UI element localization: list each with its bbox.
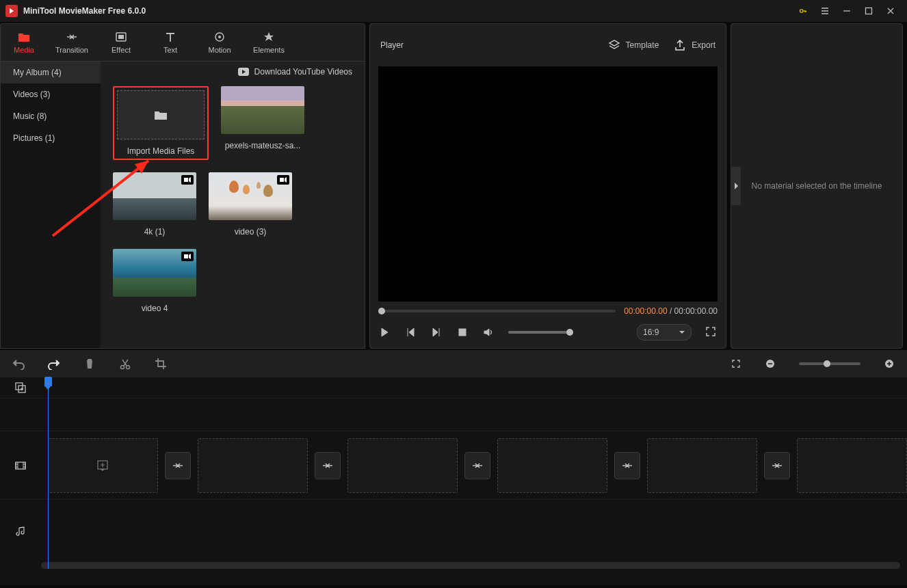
- import-media-button[interactable]: Import Media Files: [113, 86, 209, 160]
- zoom-out-button[interactable]: [765, 358, 776, 369]
- timeline-toolbar: [0, 350, 907, 377]
- seek-slider[interactable]: [378, 310, 616, 312]
- title-track[interactable]: [41, 399, 907, 431]
- close-button[interactable]: [880, 0, 902, 22]
- sidebar-item-videos[interactable]: Videos (3): [1, 83, 101, 105]
- timecode: 00:00:00.00 / 00:00:00.00: [624, 306, 718, 316]
- transition-slot[interactable]: [464, 452, 490, 479]
- add-track-button[interactable]: [0, 377, 41, 398]
- media-item[interactable]: video (3): [209, 172, 292, 237]
- clip-slot[interactable]: [647, 438, 757, 493]
- chevron-down-icon: [679, 329, 685, 336]
- thumbnail: [113, 249, 196, 297]
- thumbnail: [221, 86, 304, 134]
- video-badge-icon: [277, 175, 289, 185]
- sidebar-item-myalbum[interactable]: My Album (4): [1, 62, 101, 83]
- next-frame-button[interactable]: [430, 326, 443, 338]
- video-preview[interactable]: [378, 66, 718, 302]
- svg-point-5: [218, 36, 221, 38]
- template-button[interactable]: Template: [608, 39, 659, 51]
- svg-rect-8: [280, 178, 284, 182]
- minimize-button[interactable]: [836, 0, 858, 22]
- app-title: MiniTool MovieMaker Free 6.0.0: [23, 6, 792, 16]
- media-item[interactable]: 4k (1): [113, 172, 196, 237]
- svg-rect-1: [866, 8, 872, 14]
- player-panel: Player Template Export 00:00:00.00 / 00:…: [369, 23, 726, 349]
- crop-button[interactable]: [155, 358, 167, 370]
- tab-text[interactable]: Text: [146, 24, 195, 61]
- thumbnail: [113, 172, 196, 220]
- inspector-empty-text: No material selected on the timeline: [752, 181, 882, 191]
- clip-slot[interactable]: [48, 438, 158, 493]
- transition-slot[interactable]: [614, 452, 640, 479]
- video-badge-icon: [181, 175, 194, 185]
- panel-collapse-handle[interactable]: [731, 167, 741, 205]
- clip-slot[interactable]: [497, 438, 607, 493]
- download-youtube-link[interactable]: Download YouTube Videos: [101, 62, 365, 82]
- svg-rect-16: [768, 363, 772, 364]
- undo-button[interactable]: [12, 358, 25, 370]
- clip-slot[interactable]: [797, 438, 907, 493]
- svg-rect-7: [184, 178, 188, 182]
- video-badge-icon: [181, 252, 194, 261]
- title-bar: MiniTool MovieMaker Free 6.0.0: [0, 0, 907, 22]
- folder-icon: [117, 90, 205, 139]
- video-track-icon: [0, 431, 41, 499]
- tab-transition[interactable]: Transition: [47, 24, 96, 61]
- redo-button[interactable]: [48, 358, 60, 370]
- transition-slot[interactable]: [315, 452, 341, 479]
- svg-point-13: [121, 366, 124, 369]
- play-button[interactable]: [378, 326, 391, 338]
- split-button[interactable]: [119, 358, 131, 370]
- svg-rect-3: [118, 35, 124, 39]
- transition-slot[interactable]: [165, 452, 191, 479]
- svg-point-0: [800, 10, 804, 13]
- audio-track-icon: [0, 500, 41, 562]
- zoom-slider[interactable]: [799, 362, 860, 365]
- volume-button[interactable]: [482, 326, 495, 338]
- tab-motion[interactable]: Motion: [195, 24, 244, 61]
- fit-zoom-button[interactable]: [731, 358, 741, 369]
- transition-slot[interactable]: [764, 452, 790, 479]
- media-categories: My Album (4) Videos (3) Music (8) Pictur…: [1, 62, 101, 348]
- zoom-in-button[interactable]: [884, 358, 895, 369]
- svg-rect-19: [889, 362, 890, 366]
- aspect-ratio-select[interactable]: 16:9: [637, 324, 692, 340]
- prev-frame-button[interactable]: [404, 326, 417, 338]
- audio-track[interactable]: [41, 500, 907, 562]
- tab-effect[interactable]: Effect: [96, 24, 146, 61]
- tab-elements[interactable]: Elements: [244, 24, 293, 61]
- ruler[interactable]: [41, 377, 907, 398]
- playhead[interactable]: [48, 377, 49, 569]
- sidebar-item-music[interactable]: Music (8): [1, 105, 101, 127]
- thumbnail: [209, 172, 292, 220]
- clip-slot[interactable]: [198, 438, 308, 493]
- media-item[interactable]: video 4: [113, 249, 196, 313]
- volume-slider[interactable]: [508, 331, 570, 334]
- svg-rect-9: [184, 254, 188, 258]
- timeline-scrollbar[interactable]: [41, 562, 900, 569]
- stop-button[interactable]: [456, 326, 469, 338]
- video-track[interactable]: [41, 431, 907, 499]
- svg-point-14: [127, 366, 130, 369]
- menu-icon[interactable]: [814, 0, 836, 22]
- timeline: [0, 377, 907, 585]
- app-logo: [5, 5, 18, 17]
- tab-media[interactable]: Media: [1, 24, 47, 61]
- media-item[interactable]: pexels-mateusz-sa...: [221, 86, 304, 160]
- inspector-panel: No material selected on the timeline: [731, 23, 903, 349]
- media-grid: Download YouTube Videos Import Media Fil…: [101, 62, 365, 348]
- svg-rect-22: [16, 462, 25, 469]
- fullscreen-button[interactable]: [705, 326, 718, 338]
- delete-button[interactable]: [83, 358, 96, 370]
- media-panel: Media Transition Effect Text Motion Elem…: [0, 23, 365, 349]
- svg-rect-12: [459, 329, 466, 336]
- maximize-button[interactable]: [858, 0, 880, 22]
- main-tabs: Media Transition Effect Text Motion Elem…: [0, 23, 365, 61]
- clip-slot[interactable]: [347, 438, 458, 493]
- sidebar-item-pictures[interactable]: Pictures (1): [1, 127, 101, 149]
- player-title: Player: [380, 40, 593, 50]
- export-button[interactable]: Export: [674, 39, 715, 51]
- upgrade-key-icon[interactable]: [792, 0, 814, 22]
